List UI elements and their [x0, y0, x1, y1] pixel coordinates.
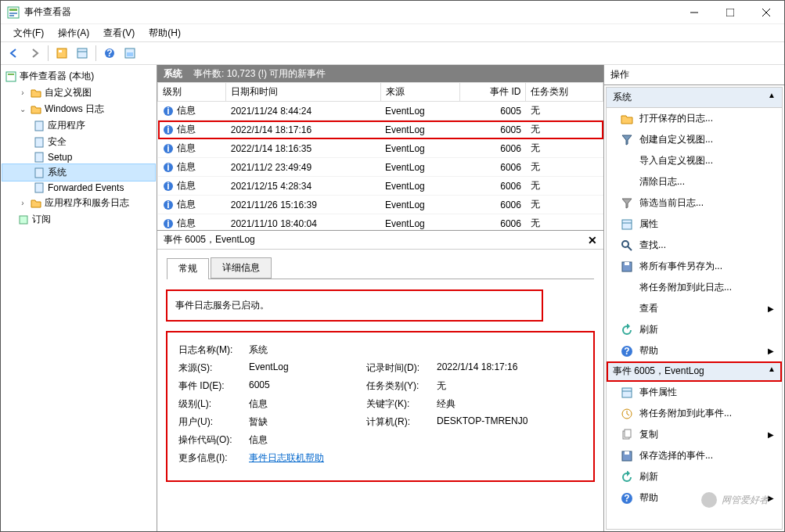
action-properties[interactable]: 属性: [607, 214, 782, 235]
table-row[interactable]: i信息2021/11/2 23:49:49EventLog6006无: [158, 158, 603, 177]
back-button[interactable]: [5, 45, 23, 62]
svg-text:?: ?: [106, 48, 112, 59]
action-copy[interactable]: 复制▶: [607, 424, 782, 445]
label-level: 级别(L):: [178, 397, 249, 411]
action-import-custom-view[interactable]: 导入自定义视图...: [607, 150, 782, 171]
tab-details[interactable]: 详细信息: [211, 257, 272, 279]
action-find[interactable]: 查找...: [607, 235, 782, 256]
action-attach-task-log[interactable]: 将任务附加到此日志...: [607, 277, 782, 298]
svg-text:?: ?: [624, 493, 629, 504]
forward-button[interactable]: [26, 45, 43, 62]
value-keywords: 经典: [437, 397, 456, 411]
label-user: 用户(U):: [178, 415, 249, 429]
task-icon: [621, 408, 633, 420]
app-icon: [7, 6, 20, 19]
refresh-icon: [621, 324, 633, 336]
preview-button[interactable]: [121, 45, 139, 62]
svg-rect-46: [622, 388, 632, 397]
table-row[interactable]: i信息2021/11/10 18:40:04EventLog6006无: [158, 214, 603, 232]
tree-security[interactable]: 安全: [2, 134, 155, 150]
event-grid[interactable]: 级别 日期和时间 来源 事件 ID 任务类别 i信息2021/11/24 8:4…: [157, 82, 603, 231]
actions-head-event[interactable]: 事件 6005，EventLog▲: [607, 361, 782, 382]
action-attach-task-event[interactable]: 将任务附加到此事件...: [607, 403, 782, 424]
col-eventid[interactable]: 事件 ID: [459, 83, 526, 102]
collapse-icon[interactable]: ⌄: [18, 105, 27, 113]
svg-rect-3: [9, 15, 14, 16]
col-taskcat[interactable]: 任务类别: [526, 83, 603, 102]
tree-root[interactable]: 事件查看器 (本地): [2, 68, 155, 84]
menu-help[interactable]: 帮助(H): [142, 25, 187, 41]
action-help[interactable]: ?帮助▶: [607, 340, 782, 361]
minimize-button[interactable]: [676, 1, 712, 24]
value-computer: DESKTOP-TMRENJ0: [437, 415, 528, 429]
action-filter-log[interactable]: 筛选当前日志...: [607, 192, 782, 214]
tree-system[interactable]: 系统: [2, 164, 155, 181]
menu-view[interactable]: 查看(V): [97, 25, 141, 41]
action-label: 保存选择的事件...: [639, 449, 713, 462]
tree-windows-logs[interactable]: ⌄Windows 日志: [2, 101, 155, 117]
detail-close-button[interactable]: ✕: [588, 234, 597, 246]
action-create-custom-view[interactable]: 创建自定义视图...: [607, 129, 782, 150]
tree-forwarded[interactable]: Forwarded Events: [2, 181, 155, 195]
action-refresh[interactable]: 刷新: [607, 319, 782, 340]
maximize-button[interactable]: [712, 1, 748, 24]
link-online-help[interactable]: 事件日志联机帮助: [249, 451, 324, 465]
tree-setup[interactable]: Setup: [2, 150, 155, 164]
submenu-arrow-icon: ▶: [768, 304, 774, 313]
tree-application[interactable]: 应用程序: [2, 117, 155, 134]
action-clear-log[interactable]: 清除日志...: [607, 171, 782, 192]
refresh-icon: [621, 471, 633, 483]
expand-icon[interactable]: ›: [18, 199, 27, 207]
tree-label: 安全: [48, 135, 67, 149]
action-view[interactable]: 查看▶: [607, 298, 782, 319]
label-opcode: 操作代码(O):: [178, 433, 249, 447]
value-logname: 系统: [249, 343, 366, 357]
action-open-saved-log[interactable]: 打开保存的日志...: [607, 108, 782, 129]
save-icon: [621, 261, 633, 273]
tree-custom-views[interactable]: ›自定义视图: [2, 84, 155, 101]
col-source[interactable]: 来源: [380, 83, 459, 102]
event-message: 事件日志服务已启动。: [167, 290, 542, 321]
action-refresh-2[interactable]: 刷新: [607, 466, 782, 487]
log-icon: [34, 167, 45, 178]
value-source: EventLog: [249, 361, 366, 375]
subscription-icon: [18, 214, 29, 225]
action-label: 刷新: [639, 323, 658, 336]
svg-rect-22: [35, 183, 43, 192]
action-save-all-events[interactable]: 将所有事件另存为...: [607, 256, 782, 277]
col-level[interactable]: 级别: [158, 83, 226, 102]
value-opcode: 信息: [249, 433, 366, 447]
tab-general[interactable]: 常规: [167, 258, 209, 279]
table-row[interactable]: i信息2022/1/14 18:16:35EventLog6006无: [158, 139, 603, 158]
action-help-2[interactable]: ?帮助▶: [607, 487, 782, 509]
folder-icon: [31, 104, 41, 115]
table-row[interactable]: i信息2021/12/15 4:28:34EventLog6006无: [158, 177, 603, 196]
tree-label: 订阅: [32, 213, 51, 226]
log-icon: [34, 182, 45, 193]
navigation-tree[interactable]: 事件查看器 (本地) ›自定义视图 ⌄Windows 日志 应用程序 安全 Se…: [1, 65, 157, 531]
actions-head-system[interactable]: 系统▲: [607, 88, 782, 108]
table-row[interactable]: i信息2021/11/26 15:16:39EventLog6006无: [158, 196, 603, 214]
action-save-selected[interactable]: 保存选择的事件...: [607, 445, 782, 466]
close-button[interactable]: [748, 1, 784, 24]
window-title: 事件查看器: [24, 5, 676, 19]
tree-subscriptions[interactable]: 订阅: [2, 211, 155, 228]
folder-icon: [31, 198, 41, 209]
menu-file[interactable]: 文件(F): [7, 25, 50, 41]
expand-icon[interactable]: ›: [18, 88, 27, 97]
log-icon: [34, 152, 45, 163]
action-event-properties[interactable]: 事件属性: [607, 382, 782, 403]
actions-head-label: 事件 6005，EventLog: [613, 365, 704, 378]
menu-action[interactable]: 操作(A): [52, 25, 95, 41]
action-label: 创建自定义视图...: [639, 133, 713, 146]
tree-app-services[interactable]: ›应用程序和服务日志: [2, 195, 155, 211]
table-row[interactable]: i信息2021/11/24 8:44:24EventLog6005无: [158, 102, 603, 120]
properties-button[interactable]: [74, 45, 91, 62]
value-logged: 2022/1/14 18:17:16: [437, 361, 517, 375]
col-datetime[interactable]: 日期和时间: [226, 83, 380, 102]
help-button[interactable]: ?: [101, 45, 118, 62]
show-tree-button[interactable]: [53, 45, 70, 62]
table-row[interactable]: i信息2022/1/14 18:17:16EventLog6005无: [158, 120, 603, 139]
save-icon: [621, 450, 633, 462]
svg-rect-19: [35, 138, 43, 147]
